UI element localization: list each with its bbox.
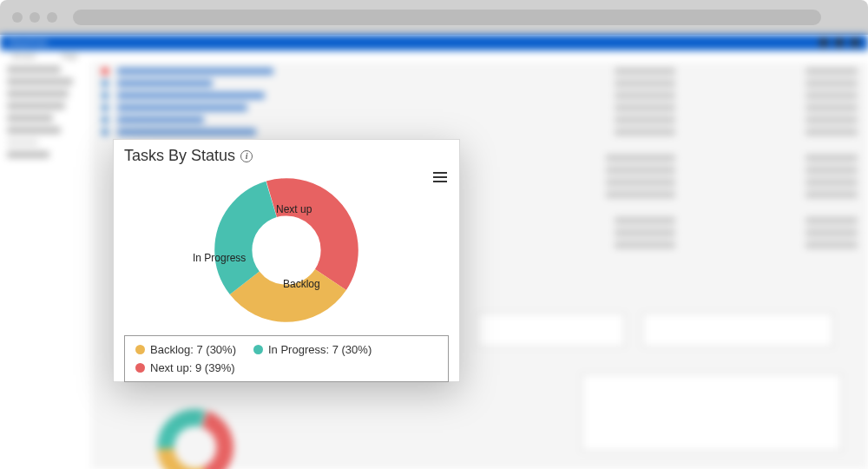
window-dot — [12, 12, 23, 23]
hamburger-menu-icon[interactable] — [433, 169, 447, 185]
url-bar[interactable] — [73, 10, 821, 25]
legend-label: Next up: 9 (39%) — [150, 361, 235, 374]
legend: Backlog: 7 (30%) In Progress: 7 (30%) Ne… — [124, 335, 449, 382]
legend-label: In Progress: 7 (30%) — [268, 343, 372, 356]
slice-label-backlog: Backlog — [283, 278, 320, 290]
window-dot — [30, 12, 40, 23]
slice-label-nextup: Next up — [276, 203, 312, 215]
swatch-icon — [135, 363, 145, 373]
slice-label-inprogress: In Progress — [193, 252, 246, 264]
swatch-icon — [135, 345, 145, 354]
legend-item-backlog[interactable]: Backlog: 7 (30%) — [135, 343, 236, 356]
donut-chart: Next up Backlog In Progress — [114, 168, 459, 330]
legend-item-nextup[interactable]: Next up: 9 (39%) — [135, 361, 235, 374]
legend-item-inprogress[interactable]: In Progress: 7 (30%) — [253, 343, 372, 356]
window-dot — [47, 12, 57, 23]
info-icon[interactable]: i — [240, 150, 253, 162]
browser-chrome — [0, 0, 868, 35]
card-header: Tasks By Status i — [114, 140, 459, 168]
tasks-by-status-card: Tasks By Status i Next up Backlog In Pro… — [113, 139, 460, 382]
legend-label: Backlog: 7 (30%) — [150, 343, 236, 356]
swatch-icon — [253, 345, 263, 354]
card-title: Tasks By Status — [124, 147, 235, 165]
